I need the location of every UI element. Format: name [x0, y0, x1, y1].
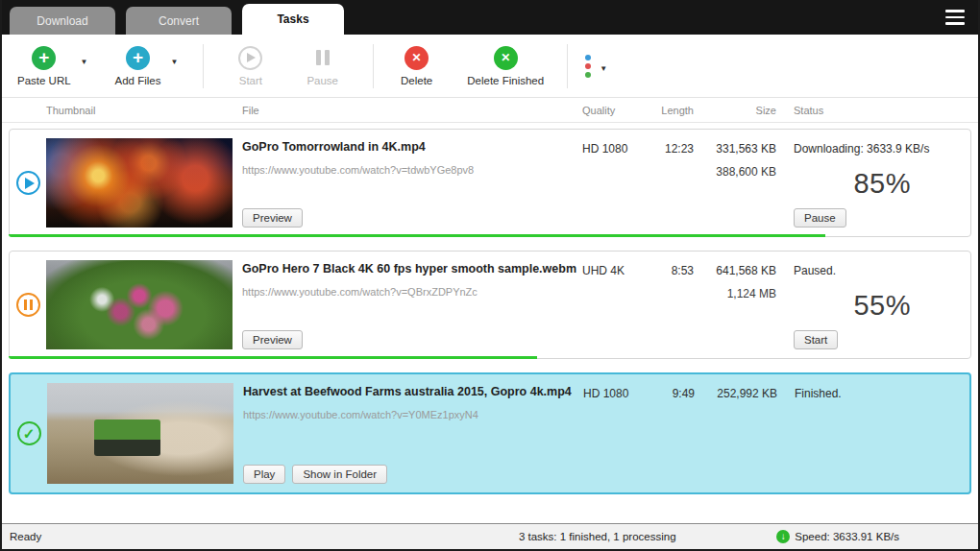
- paste-url-label: Paste URL: [17, 75, 71, 86]
- start-label: Start: [239, 75, 262, 86]
- plus-icon: [32, 46, 56, 70]
- tasks-summary: 3 tasks: 1 finished, 1 processing: [519, 531, 676, 542]
- task-row-finished-selected[interactable]: Harvest at Beefwood Farms australia 2015…: [9, 372, 971, 494]
- task-row-paused[interactable]: GoPro Hero 7 Black 4K 60 fps hyper smoot…: [9, 251, 971, 359]
- task-row-downloading[interactable]: GoPro Tomorrowland in 4K.mp4 https://www…: [9, 129, 971, 237]
- size-total: 1,124 MB: [694, 287, 776, 300]
- paste-url-button[interactable]: Paste URL: [17, 46, 71, 86]
- header-thumbnail: Thumbnail: [46, 105, 233, 116]
- header-status: Status: [776, 105, 970, 116]
- delete-finished-label: Delete Finished: [467, 75, 544, 86]
- paste-url-dropdown-icon[interactable]: [77, 47, 92, 72]
- status-text: Paused.: [794, 264, 970, 277]
- progress-percent: 55%: [853, 289, 911, 321]
- header-length: Length: [648, 105, 694, 116]
- plus-icon: [126, 46, 150, 70]
- header-quality: Quality: [576, 105, 648, 116]
- preview-button[interactable]: Preview: [242, 208, 303, 228]
- video-thumbnail-fireworks[interactable]: [46, 138, 233, 228]
- length-cell: 9:49: [649, 374, 695, 492]
- tab-convert[interactable]: Convert: [126, 7, 232, 35]
- more-options-button[interactable]: [585, 54, 611, 79]
- pause-task-button[interactable]: Pause: [794, 208, 846, 228]
- status-bar: Ready 3 tasks: 1 finished, 1 processing …: [2, 523, 978, 549]
- pause-button[interactable]: Pause: [306, 46, 338, 86]
- show-in-folder-button[interactable]: Show in Folder: [292, 465, 387, 484]
- size-total: 388,600 KB: [694, 165, 776, 179]
- start-button[interactable]: Start: [238, 46, 262, 86]
- table-header: Thumbnail File Quality Length Size Statu…: [2, 98, 978, 123]
- toolbar-separator: [203, 44, 204, 88]
- quality-cell: HD 1080: [576, 130, 648, 236]
- toolbar: Paste URL Add Files Start Pause Delete D…: [2, 35, 978, 98]
- toolbar-separator: [567, 44, 568, 88]
- status-cell: Paused. 55% Start: [776, 252, 970, 358]
- video-url: https://www.youtube.com/watch?v=tdwbYGe8…: [242, 164, 576, 176]
- quality-cell: HD 1080: [577, 374, 649, 492]
- add-files-label: Add Files: [115, 75, 161, 86]
- status-text: Downloading: 3633.9 KB/s: [794, 142, 970, 156]
- video-url: https://www.youtube.com/watch?v=Y0MEz1px…: [243, 409, 577, 420]
- video-title: Harvest at Beefwood Farms australia 2015…: [243, 385, 577, 398]
- video-title: GoPro Tomorrowland in 4K.mp4: [242, 140, 576, 154]
- add-files-dropdown-icon[interactable]: [166, 47, 182, 72]
- add-files-button[interactable]: Add Files: [115, 46, 161, 86]
- video-thumbnail-tractor[interactable]: [47, 383, 233, 484]
- progress-percent: 85%: [853, 167, 911, 199]
- delete-finished-button[interactable]: Delete Finished: [467, 46, 544, 86]
- video-thumbnail-flowers[interactable]: [46, 260, 233, 349]
- hamburger-menu-icon[interactable]: [945, 10, 965, 25]
- tab-bar: Download Convert Tasks: [2, 0, 978, 35]
- size-downloaded: 252,992 KB: [695, 387, 777, 400]
- length-cell: 12:23: [648, 130, 694, 236]
- more-options-dropdown-icon[interactable]: [596, 54, 611, 79]
- speed-text: Speed: 3633.91 KB/s: [795, 531, 899, 542]
- pause-icon: [310, 46, 334, 70]
- size-cell: 641,568 KB 1,124 MB: [694, 252, 776, 358]
- start-task-button[interactable]: Start: [794, 330, 838, 349]
- progress-bar: [9, 356, 537, 359]
- task-list: GoPro Tomorrowland in 4K.mp4 https://www…: [2, 123, 978, 523]
- progress-bar: [9, 234, 825, 237]
- size-cell: 252,992 KB: [695, 374, 777, 492]
- ready-status: Ready: [10, 531, 41, 542]
- delete-finished-x-icon: [494, 46, 518, 70]
- size-cell: 331,563 KB 388,600 KB: [694, 130, 776, 236]
- status-cell: Finished.: [777, 374, 969, 492]
- header-file: File: [233, 105, 576, 116]
- delete-x-icon: [404, 46, 429, 70]
- app-window: Download Convert Tasks Paste URL Add Fil…: [0, 0, 980, 551]
- header-size: Size: [694, 105, 776, 116]
- preview-button[interactable]: Preview: [242, 330, 303, 349]
- download-speed-icon: [776, 530, 790, 543]
- video-url: https://www.youtube.com/watch?v=QBrxZDPY…: [242, 286, 576, 298]
- length-cell: 8:53: [648, 252, 694, 358]
- finished-check-icon: [17, 421, 41, 445]
- paused-pause-icon[interactable]: [16, 293, 40, 317]
- delete-button[interactable]: Delete: [401, 46, 432, 86]
- status-text: Finished.: [795, 387, 969, 400]
- play-icon: [238, 46, 262, 70]
- pause-label: Pause: [306, 75, 338, 86]
- size-downloaded: 331,563 KB: [694, 142, 776, 156]
- tab-tasks[interactable]: Tasks: [242, 4, 344, 35]
- tab-download[interactable]: Download: [10, 7, 115, 35]
- status-cell: Downloading: 3633.9 KB/s 85% Pause: [776, 130, 970, 236]
- video-title: GoPro Hero 7 Black 4K 60 fps hyper smoot…: [242, 262, 576, 276]
- quality-cell: UHD 4K: [576, 252, 648, 358]
- downloading-play-icon[interactable]: [16, 171, 40, 195]
- size-downloaded: 641,568 KB: [694, 264, 776, 277]
- play-button[interactable]: Play: [243, 465, 285, 484]
- delete-label: Delete: [401, 75, 432, 86]
- toolbar-separator: [373, 44, 374, 88]
- colored-dots-icon: [585, 55, 591, 78]
